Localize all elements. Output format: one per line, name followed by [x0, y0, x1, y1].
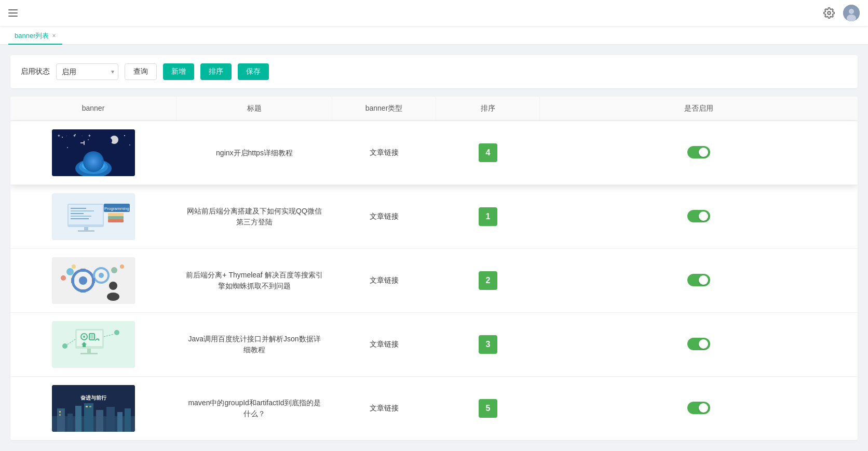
svg-rect-25	[71, 210, 94, 211]
banner-image-cell	[10, 249, 177, 312]
svg-rect-31	[108, 213, 124, 216]
banner-title: nginx开启https详细教程	[177, 139, 332, 167]
svg-point-48	[111, 267, 117, 273]
banner-thumbnail	[52, 129, 135, 176]
banner-type: 文章链接	[332, 204, 436, 230]
svg-point-2	[849, 9, 854, 14]
table-row: Programming 网站前后端分离搭建及下如何实现QQ微信第三方登陆 文章链…	[10, 185, 858, 249]
table-row: 奋进与前行 maven中的groupId和artifactId到底指的是什么？ …	[10, 377, 858, 440]
col-enabled: 是否启用	[540, 97, 858, 121]
banner-order: 5	[436, 391, 540, 426]
hamburger-icon[interactable]	[8, 9, 18, 17]
banner-enabled	[540, 202, 858, 232]
svg-rect-78	[89, 406, 91, 407]
svg-point-38	[99, 273, 104, 278]
banner-thumbnail: 奋进与前行	[52, 385, 135, 432]
col-title: 标题	[177, 97, 332, 121]
svg-point-47	[72, 264, 76, 269]
svg-point-11	[62, 137, 63, 138]
col-banner: banner	[10, 97, 177, 121]
svg-rect-54	[80, 353, 98, 354]
sort-button[interactable]: 排序	[200, 63, 232, 80]
avatar[interactable]	[843, 5, 860, 21]
status-filter-label: 启用状态	[21, 67, 50, 76]
svg-rect-60	[83, 344, 86, 347]
gear-icon[interactable]	[823, 7, 835, 19]
svg-rect-70	[84, 403, 93, 432]
svg-point-12	[75, 134, 76, 135]
banner-title: maven中的groupId和artifactId到底指的是什么？	[177, 389, 332, 428]
svg-rect-4	[52, 129, 135, 176]
banner-title: Java调用百度统计接口并解析Json数据详细教程	[177, 325, 332, 364]
svg-rect-18	[84, 141, 85, 145]
banner-type: 文章链接	[332, 140, 436, 166]
save-button[interactable]: 保存	[238, 63, 269, 80]
enabled-toggle[interactable]	[687, 402, 710, 414]
svg-point-45	[66, 268, 74, 275]
svg-point-14	[67, 147, 68, 148]
status-select[interactable]: 全部 启用 禁用	[56, 63, 118, 80]
add-button[interactable]: 新增	[163, 63, 194, 80]
svg-text:Programming: Programming	[104, 206, 129, 211]
svg-rect-69	[75, 406, 82, 432]
svg-rect-23	[78, 230, 94, 232]
svg-rect-73	[117, 412, 123, 432]
header-left	[8, 9, 18, 17]
banner-image-cell	[10, 313, 177, 376]
banner-type: 文章链接	[332, 331, 436, 357]
banner-thumbnail: Programming	[52, 193, 135, 240]
svg-rect-72	[106, 407, 115, 432]
banner-title: 网站前后端分离搭建及下如何实现QQ微信第三方登陆	[177, 197, 332, 236]
avatar-image	[843, 5, 860, 21]
banner-type: 文章链接	[332, 395, 436, 421]
main-content: 启用状态 全部 启用 禁用 查询 新增 排序 保存 banner 标题 bann…	[0, 45, 868, 450]
svg-point-6	[106, 138, 112, 144]
svg-rect-24	[71, 208, 86, 209]
filter-bar: 启用状态 全部 启用 禁用 查询 新增 排序 保存	[10, 55, 858, 88]
banner-enabled	[540, 138, 858, 168]
order-badge: 1	[479, 207, 497, 226]
svg-rect-75	[59, 411, 61, 413]
svg-point-43	[109, 282, 117, 290]
svg-rect-21	[69, 205, 103, 224]
svg-rect-76	[59, 414, 61, 416]
svg-rect-74	[125, 408, 131, 432]
svg-point-64	[114, 330, 119, 335]
banner-enabled	[540, 393, 858, 424]
banner-image-cell: 奋进与前行	[10, 377, 177, 440]
enabled-toggle[interactable]	[687, 210, 710, 222]
tab-close-icon[interactable]: ×	[52, 33, 56, 39]
status-select-wrapper: 全部 启用 禁用	[56, 63, 118, 80]
enabled-toggle[interactable]	[687, 146, 710, 158]
svg-point-49	[120, 264, 124, 269]
svg-rect-39	[80, 269, 86, 272]
banner-thumbnail	[52, 257, 135, 304]
banner-order: 3	[436, 327, 540, 362]
svg-rect-26	[71, 213, 84, 214]
table-header: banner 标题 banner类型 排序 是否启用	[10, 97, 858, 121]
banner-image-cell: Programming	[10, 185, 177, 248]
enabled-toggle[interactable]	[687, 274, 710, 286]
svg-rect-68	[67, 414, 73, 432]
banner-image-cell	[10, 121, 177, 184]
query-button[interactable]: 查询	[125, 63, 157, 80]
banner-order: 2	[436, 263, 540, 298]
svg-point-63	[62, 343, 67, 349]
table-row: Java调用百度统计接口并解析Json数据详细教程 文章链接 3	[10, 313, 858, 377]
svg-rect-42	[92, 278, 95, 283]
order-badge: 2	[479, 271, 497, 290]
order-badge: 5	[479, 399, 497, 418]
svg-rect-67	[57, 408, 65, 432]
enabled-toggle[interactable]	[687, 338, 710, 350]
svg-point-9	[82, 161, 105, 171]
svg-point-13	[88, 139, 89, 140]
svg-point-0	[828, 11, 831, 15]
svg-point-16	[129, 144, 130, 145]
order-badge: 4	[479, 143, 497, 162]
svg-text:奋进与前行: 奋进与前行	[80, 395, 107, 401]
tab-label: banner列表	[15, 31, 49, 41]
header	[0, 0, 868, 26]
tab-banner-list[interactable]: banner列表 ×	[8, 28, 62, 45]
tab-bar: banner列表 ×	[0, 26, 868, 45]
svg-rect-53	[87, 349, 91, 353]
